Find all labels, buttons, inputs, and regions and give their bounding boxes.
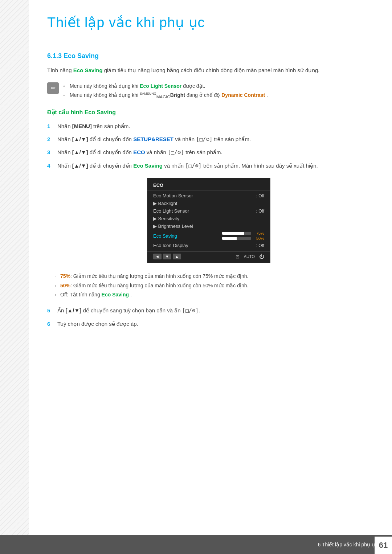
bar-label-50: 50% bbox=[253, 236, 264, 241]
bar-fill-75 bbox=[222, 232, 244, 235]
steps-list-2: 5 Ấn [▲/▼] để chuyển sang tuỳ chọn bạn c… bbox=[47, 306, 370, 328]
bar-fill-50 bbox=[222, 237, 237, 240]
step-6: 6 Tuỳ chọn được chọn sẽ được áp. bbox=[47, 319, 370, 329]
eco-saving-highlight: Eco Saving bbox=[73, 67, 103, 73]
eco-saving-ref-step4: Eco Saving bbox=[133, 163, 163, 169]
bar-track-50 bbox=[222, 237, 251, 240]
nav-icons: ◄ ▼ ▲ bbox=[153, 254, 181, 259]
step-num-5: 5 bbox=[47, 306, 50, 315]
dynamic-contrast-ref: Dynamic Contrast bbox=[221, 92, 265, 98]
confirm-key-5: [□/⊜] bbox=[182, 307, 199, 314]
step-num-4: 4 bbox=[47, 161, 50, 171]
auto-btn[interactable]: AUTO bbox=[244, 254, 255, 259]
setup-reset-ref: SETUP&RESET bbox=[133, 136, 173, 142]
eco-row-icon-display: Eco Icon Display : Off bbox=[147, 242, 270, 249]
option-list: 75%: Giảm mức tiêu thụ năng lượng của mà… bbox=[54, 272, 370, 299]
eco-row-backlight: ▶ Backlight bbox=[147, 200, 270, 207]
note-lines: Menu này không khả dụng khi Eco Light Se… bbox=[63, 82, 268, 100]
eco-ref: ECO bbox=[133, 149, 145, 155]
nav-key-2: [▲/▼] bbox=[72, 136, 88, 142]
nav-key-3: [▲/▼] bbox=[72, 149, 88, 155]
step-4: 4 Nhấn [▲/▼] để di chuyển đến Eco Saving… bbox=[47, 161, 370, 171]
page-number: 61 bbox=[375, 537, 392, 554]
page-title: Thiết lập vắc khi phụ ục bbox=[47, 15, 370, 30]
step-1: 1 Nhấn [MENU] trên sản phẩm. bbox=[47, 122, 370, 131]
power-btn[interactable]: ⏻ bbox=[259, 254, 264, 259]
option-50-desc: : Giảm mức tiêu thụ năng lượng của màn h… bbox=[70, 283, 248, 288]
eco-menu-wrapper: ECO Eco Motion Sensor : Off ▶ Backlight … bbox=[47, 178, 370, 263]
option-50: 50%: Giảm mức tiêu thụ năng lượng của mà… bbox=[54, 281, 370, 290]
eco-row-light-sensor: Eco Light Sensor : Off bbox=[147, 207, 270, 215]
eco-light-sensor-ref: Eco Light Sensor bbox=[140, 83, 181, 89]
option-75: 75%: Giảm mức tiêu thụ năng lượng của mà… bbox=[54, 272, 370, 281]
footer-text: 6 Thiết lập vắc khi phụ ục bbox=[318, 542, 377, 547]
menu-key: [MENU] bbox=[72, 123, 92, 129]
note-block: Menu này không khả dụng khi Eco Light Se… bbox=[47, 82, 370, 100]
eco-row-saving-highlighted: Eco Saving 75% 50% bbox=[147, 230, 270, 242]
step-5: 5 Ấn [▲/▼] để chuyển sang tuỳ chọn bạn c… bbox=[47, 306, 370, 316]
setup-heading: Đặt cấu hình Eco Saving bbox=[47, 109, 370, 116]
bar-row-50: 50% bbox=[222, 236, 264, 241]
confirm-key-2: [□/⊜] bbox=[196, 136, 212, 143]
note-line-1: Menu này không khả dụng khi Eco Light Se… bbox=[63, 82, 268, 91]
nav-btn-down[interactable]: ▼ bbox=[163, 254, 171, 259]
bar-row-75: 75% bbox=[222, 231, 264, 235]
confirm-key-4: [□/⊜] bbox=[185, 163, 201, 169]
note-line-2: Menu này không khả dụng khi SAMSUNGMAGIC… bbox=[63, 91, 268, 100]
nav-key-4: [▲/▼] bbox=[72, 163, 88, 169]
magic-sub: MAGIC bbox=[156, 94, 170, 99]
bar-track-75 bbox=[222, 232, 251, 235]
eco-menu-bottom-bar: ◄ ▼ ▲ ⊡ AUTO ⏻ bbox=[147, 251, 270, 261]
eco-menu: ECO Eco Motion Sensor : Off ▶ Backlight … bbox=[147, 178, 270, 263]
steps-list: 1 Nhấn [MENU] trên sản phẩm. 2 Nhấn [▲/▼… bbox=[47, 122, 370, 171]
step-num-1: 1 bbox=[47, 122, 50, 131]
page-footer: 6 Thiết lập vắc khi phụ ục 61 bbox=[0, 535, 392, 554]
section-heading: 6.1.3 Eco Saving bbox=[47, 52, 370, 60]
nav-btn-left[interactable]: ◄ bbox=[153, 254, 162, 259]
note-icon bbox=[47, 82, 59, 94]
nav-btn-up[interactable]: ▲ bbox=[173, 254, 181, 259]
decorative-stripe bbox=[0, 0, 29, 554]
step-3: 3 Nhấn [▲/▼] để di chuyển đến ECO và nhấ… bbox=[47, 148, 370, 157]
eco-saving-label: Eco Saving bbox=[153, 233, 177, 239]
option-75-desc: : Giảm mức tiêu thụ năng lượng của màn h… bbox=[70, 273, 248, 279]
right-icons: ⊡ AUTO ⏻ bbox=[236, 254, 264, 259]
bar-label-75: 75% bbox=[253, 231, 264, 235]
eco-saving-off-ref: Eco Saving bbox=[102, 292, 129, 297]
step-num-6: 6 bbox=[47, 319, 50, 329]
eco-row-brightness: ▶ Brightness Level bbox=[147, 222, 270, 230]
saving-bars: 75% 50% bbox=[222, 231, 264, 241]
eco-row-sensitivity: ▶ Sensitivity bbox=[147, 215, 270, 222]
intro-paragraph: Tính năng Eco Saving giảm tiêu thụ năng … bbox=[47, 66, 370, 75]
option-off-desc: : Tắt tính năng Eco Saving . bbox=[67, 292, 131, 297]
step-num-3: 3 bbox=[47, 148, 50, 157]
confirm-key-3: [□/⊜] bbox=[168, 149, 184, 156]
enter-icon: ⊡ bbox=[236, 254, 240, 259]
brand-superscript: SAMSUNG bbox=[140, 92, 156, 95]
option-off-label-off: Off bbox=[60, 292, 67, 297]
step-2: 2 Nhấn [▲/▼] để di chuyển đến SETUP&RESE… bbox=[47, 135, 370, 144]
option-off: Off: Tắt tính năng Eco Saving . bbox=[54, 290, 370, 299]
step-num-2: 2 bbox=[47, 135, 50, 144]
nav-key-5: [▲/▼] bbox=[66, 307, 82, 313]
eco-menu-title: ECO bbox=[147, 181, 270, 190]
bright-bold: Bright bbox=[170, 92, 185, 98]
option-50-label: 50% bbox=[60, 283, 70, 288]
option-75-label: 75% bbox=[60, 273, 70, 279]
eco-row-motion-sensor: Eco Motion Sensor : Off bbox=[147, 192, 270, 200]
